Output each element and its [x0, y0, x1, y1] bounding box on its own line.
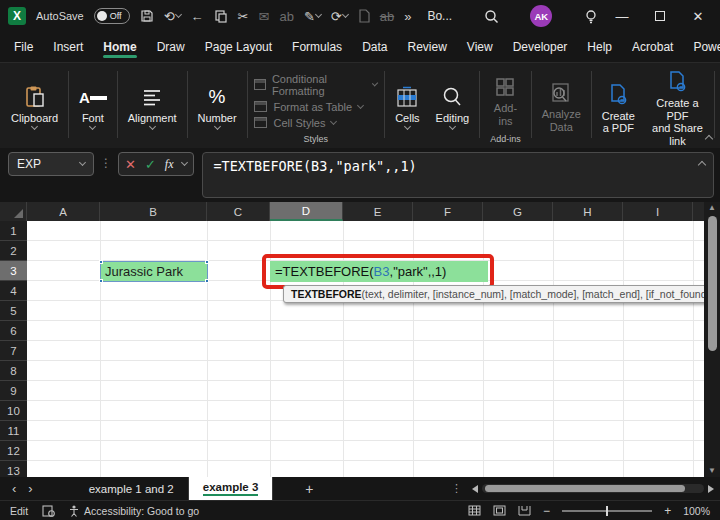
row-header-11[interactable]: 11 [0, 421, 27, 441]
add-sheet-button[interactable]: + [295, 481, 323, 497]
editing-button[interactable]: Editing [429, 82, 477, 131]
format-as-table-button[interactable]: Format as Table [254, 101, 377, 113]
tab-view[interactable]: View [459, 34, 501, 61]
create-pdf-share-button[interactable]: Create a PDF and Share link [644, 67, 711, 150]
cut-icon[interactable]: ✂ [238, 9, 249, 24]
row-header-5[interactable]: 5 [0, 301, 27, 321]
tab-file[interactable]: File [6, 34, 41, 61]
maximize-button[interactable] [646, 2, 674, 30]
column-header-c[interactable]: C [207, 202, 270, 221]
qat-overflow-button[interactable]: » [404, 9, 411, 24]
search-icon[interactable] [484, 9, 499, 24]
page-layout-view-icon[interactable] [493, 505, 506, 516]
chevron-down-icon [330, 117, 337, 124]
cell-styles-button[interactable]: Cell Styles [254, 117, 377, 129]
accessibility-status[interactable]: Accessibility: Good to go [69, 505, 199, 517]
tab-developer[interactable]: Developer [505, 34, 576, 61]
insert-function-icon[interactable]: fx [165, 157, 174, 172]
tab-help[interactable]: Help [579, 34, 620, 61]
macro-record-icon[interactable] [42, 505, 55, 517]
cancel-formula-icon[interactable]: ✕ [125, 157, 136, 172]
column-header-h[interactable]: H [553, 202, 623, 221]
row-header-9[interactable]: 9 [0, 381, 27, 401]
collapse-formula-bar-icon[interactable] [698, 161, 706, 169]
undo-button[interactable]: ⟲ [164, 9, 181, 24]
conditional-formatting-button[interactable]: Conditional Formatting [254, 73, 377, 97]
lightbulb-icon[interactable] [584, 9, 598, 24]
horizontal-scroll-thumb[interactable] [485, 485, 685, 492]
vertical-scrollbar[interactable]: ▲ ▼ [704, 202, 720, 477]
column-header-e[interactable]: E [343, 202, 413, 221]
document-title: Bo... [427, 9, 452, 23]
tab-acrobat[interactable]: Acrobat [624, 34, 681, 61]
zoom-slider-thumb[interactable] [606, 506, 608, 516]
sheet-nav-right-icon[interactable]: › [28, 481, 44, 496]
draw-touch-icon[interactable]: ✎ [304, 9, 321, 24]
row-header-6[interactable]: 6 [0, 321, 27, 341]
sheet-bar-options-icon[interactable]: ⋮ [441, 482, 472, 495]
minimize-button[interactable]: — [608, 2, 636, 30]
autosave-toggle[interactable]: Off [94, 8, 130, 24]
tab-insert[interactable]: Insert [45, 34, 91, 61]
close-button[interactable]: ✕ [684, 2, 712, 30]
alignment-button[interactable]: Alignment [121, 82, 184, 131]
row-header-10[interactable]: 10 [0, 401, 27, 421]
tab-home[interactable]: Home [95, 34, 144, 61]
tab-formulas[interactable]: Formulas [284, 34, 350, 61]
column-header-d[interactable]: D [270, 202, 343, 221]
tab-power-pivot[interactable]: Power Pivot [685, 34, 720, 61]
row-header-1[interactable]: 1 [0, 221, 27, 241]
number-button[interactable]: % Number [190, 82, 243, 131]
scroll-down-icon[interactable]: ▼ [708, 465, 716, 477]
sheet-tab-label: example 3 [203, 481, 259, 496]
redo-button[interactable]: ⟳ [331, 9, 348, 24]
row-header-4[interactable]: 4 [0, 281, 27, 301]
copy-icon[interactable] [214, 9, 228, 23]
tab-page-layout[interactable]: Page Layout [197, 34, 280, 61]
vertical-scroll-thumb[interactable] [708, 216, 717, 351]
name-box[interactable]: EXP [8, 152, 94, 176]
column-header-a[interactable]: A [27, 202, 100, 221]
cell-d3-editing[interactable]: =TEXTBEFORE(B3,"park",,1) [270, 261, 488, 282]
drag-handle-icon[interactable]: ⋮ [94, 152, 118, 170]
clipboard-button[interactable]: Clipboard [4, 82, 65, 131]
column-header-i[interactable]: I [623, 202, 693, 221]
horizontal-scrollbar[interactable] [472, 484, 714, 493]
font-button[interactable]: A Font [72, 82, 114, 131]
scroll-up-icon[interactable]: ▲ [708, 202, 716, 214]
normal-view-icon[interactable] [468, 505, 481, 516]
row-header-7[interactable]: 7 [0, 341, 27, 361]
avatar[interactable]: AK [530, 5, 552, 27]
cell-b3[interactable]: Jurassic Park [100, 261, 208, 282]
tab-draw[interactable]: Draw [149, 34, 193, 61]
formula-input[interactable]: =TEXTBEFORE(B3,"park",,1) [202, 152, 714, 198]
column-header-g[interactable]: G [483, 202, 553, 221]
zoom-slider[interactable] [562, 510, 652, 512]
scroll-right-icon[interactable] [708, 485, 714, 493]
row-header-3[interactable]: 3 [0, 261, 27, 281]
cells-area[interactable] [27, 221, 704, 477]
sheet-nav-left-icon[interactable]: ‹ [0, 481, 28, 496]
zoom-in-button[interactable]: + [664, 504, 671, 518]
page-break-view-icon[interactable] [518, 505, 531, 516]
scroll-left-icon[interactable] [472, 485, 478, 493]
zoom-out-button[interactable]: − [543, 504, 550, 518]
back-arrow-icon[interactable]: ← [191, 9, 204, 24]
row-header-2[interactable]: 2 [0, 241, 27, 261]
create-pdf-button[interactable]: Create a PDF [595, 80, 642, 137]
column-header-f[interactable]: F [413, 202, 483, 221]
horizontal-scroll-track[interactable] [482, 484, 704, 493]
tab-data[interactable]: Data [354, 34, 395, 61]
row-header-8[interactable]: 8 [0, 361, 27, 381]
sheet-tab-example-1-and-2[interactable]: example 1 and 2 [75, 477, 189, 500]
sheet-tab-example-3[interactable]: example 3 [189, 477, 274, 500]
select-all-button[interactable] [0, 202, 27, 221]
enter-formula-icon[interactable]: ✓ [145, 157, 156, 172]
cells-button[interactable]: Cells [388, 82, 426, 131]
zoom-level[interactable]: 100% [683, 505, 710, 517]
row-header-12[interactable]: 12 [0, 441, 27, 461]
tooltip-function-name: TEXTBEFORE [291, 288, 362, 300]
column-header-b[interactable]: B [100, 202, 207, 221]
tab-review[interactable]: Review [399, 34, 454, 61]
save-icon[interactable] [140, 9, 154, 23]
